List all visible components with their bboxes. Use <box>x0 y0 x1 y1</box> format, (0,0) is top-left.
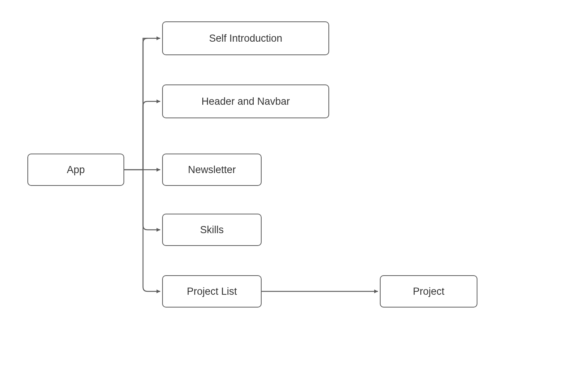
connectors-svg <box>0 0 563 392</box>
node-project-label: Project <box>413 286 444 297</box>
node-newsletter-label: Newsletter <box>188 164 236 176</box>
node-self-introduction-label: Self Introduction <box>209 33 282 44</box>
node-newsletter: Newsletter <box>162 154 262 186</box>
diagram-container: App Self Introduction Header and Navbar … <box>0 0 563 392</box>
node-header-navbar-label: Header and Navbar <box>202 96 290 107</box>
edge-app-skills <box>143 170 160 230</box>
node-app: App <box>27 154 124 186</box>
edge-curve-1 <box>143 38 148 170</box>
node-app-label: App <box>67 164 85 176</box>
node-project: Project <box>380 275 477 308</box>
node-skills-label: Skills <box>200 224 224 236</box>
node-skills: Skills <box>162 214 262 246</box>
node-project-list: Project List <box>162 275 262 308</box>
node-header-navbar: Header and Navbar <box>162 84 329 118</box>
edge-app-selfintroduction <box>124 38 160 170</box>
node-self-introduction: Self Introduction <box>162 21 329 55</box>
edge-app-headernavbar <box>143 101 160 170</box>
edge-app-projectlist <box>143 170 160 291</box>
node-project-list-label: Project List <box>187 286 237 297</box>
